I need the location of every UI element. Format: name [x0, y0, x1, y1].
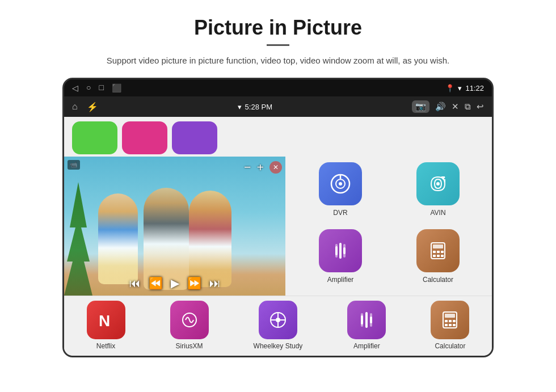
- svg-rect-39: [449, 320, 452, 322]
- svg-rect-38: [445, 320, 448, 322]
- svg-rect-17: [437, 251, 440, 253]
- video-playback-controls: ⏮ ⏪ ▶ ⏩ ⏭: [64, 276, 285, 290]
- app-partial-1[interactable]: [72, 121, 117, 154]
- video-top-controls: 📹: [68, 160, 80, 170]
- video-overlay-controls: − + ✕: [244, 160, 282, 175]
- svg-rect-15: [433, 245, 443, 248]
- svg-rect-37: [445, 314, 455, 318]
- calculator-icon[interactable]: [416, 229, 460, 272]
- app-calculator[interactable]: Calculator: [392, 229, 484, 290]
- close-bar-icon[interactable]: ✕: [452, 102, 459, 112]
- amplifier-label: Amplifier: [327, 276, 354, 284]
- app-netflix[interactable]: N Netflix: [87, 301, 125, 350]
- svg-rect-21: [441, 255, 444, 257]
- home-nav-icon[interactable]: ○: [86, 83, 91, 92]
- secondary-bar-right: 📷 🔊 ✕ ⧉ ↩: [412, 100, 484, 113]
- person3: [189, 191, 231, 287]
- wheelkey-svg: [267, 309, 289, 331]
- title-divider: [267, 44, 289, 46]
- gps-icon: 📍: [445, 84, 454, 92]
- svg-rect-13: [343, 247, 346, 254]
- app-area: 📹 − + ✕ ⏮ ⏪ ▶ ⏩ ⏭: [64, 117, 492, 356]
- svg-rect-31: [361, 315, 363, 324]
- video-minus-button[interactable]: −: [244, 160, 251, 175]
- video-frame[interactable]: 📹 − + ✕ ⏮ ⏪ ▶ ⏩ ⏭: [64, 157, 285, 296]
- secondary-bar-left: ⌂ ⚡: [72, 102, 98, 112]
- home-icon[interactable]: ⌂: [72, 102, 78, 112]
- page-description: Support video picture in picture functio…: [23, 54, 533, 68]
- status-bar-right: 📍 ▾ 11:22: [445, 84, 484, 92]
- app-siriusxm[interactable]: SiriusXM: [170, 301, 209, 350]
- netflix-label: Netflix: [96, 342, 115, 350]
- apps-bottom-row: N Netflix SiriusXM: [64, 296, 492, 356]
- wheelkey-label: Wheelkey Study: [254, 342, 303, 350]
- svg-point-4: [436, 182, 440, 186]
- device-mockup: ◁ ○ □ ⬛ 📍 ▾ 11:22 ⌂ ⚡ ▾ 5:28 PM 📷: [62, 78, 494, 357]
- amplifier-bottom-label: Amplifier: [353, 342, 380, 350]
- svg-rect-43: [453, 324, 456, 326]
- secondary-time: 5:28 PM: [245, 103, 272, 111]
- svg-rect-33: [365, 312, 368, 328]
- calculator-bottom-svg: [439, 309, 461, 331]
- person2: [144, 188, 189, 290]
- siriusxm-svg: [179, 309, 200, 331]
- svg-point-25: [276, 318, 280, 322]
- secondary-bar: ⌂ ⚡ ▾ 5:28 PM 📷 🔊 ✕ ⧉ ↩: [64, 96, 492, 117]
- wheelkey-icon[interactable]: [259, 301, 297, 339]
- app-amplifier[interactable]: Amplifier: [294, 229, 386, 290]
- app-avin[interactable]: AVIN: [392, 162, 484, 224]
- netflix-icon[interactable]: N: [87, 301, 125, 339]
- app-calculator-bottom[interactable]: Calculator: [431, 301, 469, 350]
- rewind-button[interactable]: ⏪: [149, 276, 163, 290]
- video-plus-button[interactable]: +: [256, 160, 264, 175]
- svg-rect-42: [449, 324, 452, 326]
- play-button[interactable]: ▶: [171, 276, 179, 290]
- app-dvr[interactable]: DVR: [294, 162, 386, 224]
- siriusxm-label: SiriusXM: [176, 342, 203, 350]
- volume-icon[interactable]: 🔊: [435, 102, 446, 112]
- main-content-row: 📹 − + ✕ ⏮ ⏪ ▶ ⏩ ⏭: [64, 157, 492, 296]
- apps-top-row: [64, 117, 492, 157]
- amplifier-icon[interactable]: [319, 229, 362, 272]
- svg-rect-16: [433, 251, 436, 253]
- prev-button[interactable]: ⏮: [129, 277, 141, 290]
- video-scene: [64, 157, 285, 296]
- dvr-icon[interactable]: [319, 162, 362, 205]
- siriusxm-icon[interactable]: [170, 301, 209, 339]
- back-bar-icon[interactable]: ↩: [477, 102, 484, 112]
- svg-rect-20: [437, 255, 440, 257]
- page-title: Picture in Picture: [23, 16, 533, 40]
- avin-icon[interactable]: [416, 162, 460, 205]
- dvr-label: DVR: [333, 209, 347, 217]
- camera-button[interactable]: 📷: [412, 100, 429, 113]
- video-close-button[interactable]: ✕: [269, 161, 282, 174]
- wifi-status-icon: ▾: [458, 84, 462, 92]
- status-bar: ◁ ○ □ ⬛ 📍 ▾ 11:22: [64, 79, 492, 96]
- netflix-svg: N: [95, 309, 117, 331]
- recents-nav-icon[interactable]: □: [99, 83, 103, 92]
- amplifier-bottom-icon[interactable]: [347, 301, 386, 339]
- app-amplifier-bottom[interactable]: Amplifier: [347, 301, 386, 350]
- video-pip-container: 📹 − + ✕ ⏮ ⏪ ▶ ⏩ ⏭: [64, 157, 285, 296]
- amplifier-svg: [329, 239, 352, 262]
- pip-bar-icon[interactable]: ⧉: [465, 102, 471, 112]
- fastforward-button[interactable]: ⏩: [187, 276, 201, 290]
- pip-indicator-icon: 📹: [68, 160, 80, 170]
- app-wheelkey[interactable]: Wheelkey Study: [254, 301, 303, 350]
- screenshot-nav-icon[interactable]: ⬛: [112, 83, 121, 93]
- app-partial-2[interactable]: [122, 121, 167, 154]
- calculator-label: Calculator: [423, 276, 453, 284]
- app-partial-3[interactable]: [172, 121, 217, 154]
- svg-rect-41: [445, 324, 448, 326]
- svg-rect-18: [441, 251, 444, 253]
- calculator-svg: [427, 239, 449, 262]
- calculator-bottom-label: Calculator: [435, 342, 465, 350]
- right-apps-grid: DVR AVI: [285, 157, 484, 296]
- usb-icon: ⚡: [87, 102, 98, 112]
- svg-text:N: N: [99, 312, 110, 330]
- calculator-bottom-icon[interactable]: [431, 301, 469, 339]
- person1: [98, 193, 138, 284]
- next-button[interactable]: ⏭: [209, 277, 221, 290]
- back-nav-icon[interactable]: ◁: [72, 83, 78, 93]
- wifi-bar-icon: ▾: [238, 103, 242, 111]
